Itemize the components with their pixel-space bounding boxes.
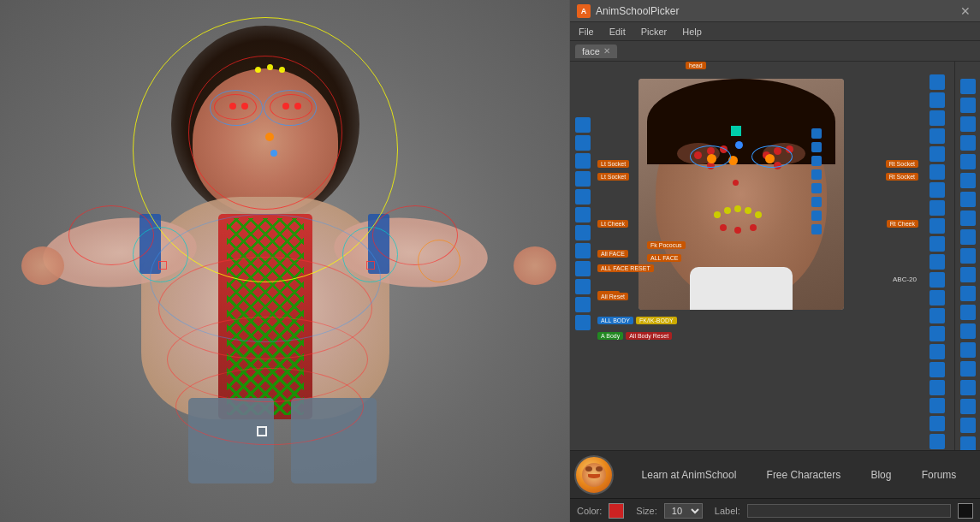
btn-rt-cheek[interactable]: Rt Cheek xyxy=(887,220,918,228)
far-right-btn-18[interactable] xyxy=(960,399,976,414)
far-right-btn-10[interactable] xyxy=(960,248,976,264)
tab-face[interactable]: face ✕ xyxy=(575,44,617,58)
menu-help[interactable]: Help xyxy=(679,25,705,39)
right-btn-6[interactable] xyxy=(930,164,945,180)
far-right-btn-12[interactable] xyxy=(960,286,976,301)
right-btn-17[interactable] xyxy=(930,362,945,377)
face-ctrl-lip-3[interactable] xyxy=(750,224,757,231)
far-right-btn-7[interactable] xyxy=(960,192,976,207)
btn-all-face2[interactable]: ALL FACE xyxy=(647,254,681,262)
far-right-btn-9[interactable] xyxy=(960,229,976,245)
right-btn-21[interactable] xyxy=(930,434,945,449)
far-right-btn-20[interactable] xyxy=(960,436,976,450)
far-right-btn-19[interactable] xyxy=(960,418,976,433)
left-btn-9[interactable] xyxy=(575,261,591,276)
menu-file[interactable]: File xyxy=(575,25,597,39)
far-right-btn-16[interactable] xyxy=(960,361,976,377)
picker-sq-r8[interactable] xyxy=(811,224,822,234)
face-ctrl-lip-1[interactable] xyxy=(720,224,727,231)
picker-sq-r4[interactable] xyxy=(811,169,822,180)
picker-sq-r3[interactable] xyxy=(811,156,822,166)
left-btn-2[interactable] xyxy=(575,135,591,151)
btn-rt-socket2[interactable]: Rt Socket xyxy=(886,173,918,181)
right-btn-5[interactable] xyxy=(930,146,945,162)
left-btn-5[interactable] xyxy=(575,189,591,205)
picker-sq-r7[interactable] xyxy=(811,211,822,221)
left-btn-12[interactable] xyxy=(575,315,591,330)
face-ctrl-mouth-4[interactable] xyxy=(745,207,751,214)
right-btn-4[interactable] xyxy=(930,128,945,144)
picker-sq-r6[interactable] xyxy=(811,197,822,207)
btn-fkik-body[interactable]: FK/IK-BODY xyxy=(636,317,677,324)
btn-fk-pococus[interactable]: Fk Pococus xyxy=(647,241,686,249)
link-free-characters[interactable]: Free Characters xyxy=(760,466,848,484)
right-btn-16[interactable] xyxy=(930,344,945,359)
face-ctrl-blue-top[interactable] xyxy=(735,141,743,149)
right-btn-7[interactable] xyxy=(930,182,945,198)
face-ctrl-lip-2[interactable] xyxy=(734,227,741,234)
animschool-logo[interactable] xyxy=(574,455,614,495)
btn-lt-socket[interactable]: Lt Socket xyxy=(597,160,629,168)
face-ctrl-teal[interactable] xyxy=(731,126,741,136)
face-ctrl-mouth-1[interactable] xyxy=(714,211,721,218)
far-right-btn-2[interactable] xyxy=(960,98,976,113)
face-ctrl-nose[interactable] xyxy=(733,180,739,186)
picker-canvas[interactable]: head Lt Socket Lt Socket Lt Cheek Rt Soc… xyxy=(596,62,920,450)
label-input[interactable] xyxy=(747,504,951,518)
far-right-btn-1[interactable] xyxy=(960,79,976,94)
btn-lt-cheek[interactable]: Lt Cheek xyxy=(597,220,628,228)
color-swatch[interactable] xyxy=(609,503,624,519)
picker-sq-r5[interactable] xyxy=(811,183,822,193)
size-select[interactable]: 5 8 10 12 14 16 20 xyxy=(664,503,703,519)
right-btn-8[interactable] xyxy=(930,200,945,216)
far-right-btn-15[interactable] xyxy=(960,342,976,358)
btn-rt-socket[interactable]: Rt Socket xyxy=(886,160,918,168)
btn-all-face[interactable]: All FACE xyxy=(597,250,628,258)
btn-a-body[interactable]: A Body xyxy=(597,332,623,340)
btn-all-face-reset[interactable]: ALL FACE RESET xyxy=(597,264,654,272)
left-btn-11[interactable] xyxy=(575,297,591,312)
far-right-btn-17[interactable] xyxy=(960,380,976,395)
link-learn[interactable]: Learn at AnimSchool xyxy=(635,466,744,484)
btn-all-body-reset[interactable]: All Body Reset xyxy=(626,332,672,340)
face-ctrl-mouth-3[interactable] xyxy=(734,205,741,212)
left-btn-8[interactable] xyxy=(575,243,591,258)
link-blog[interactable]: Blog xyxy=(864,466,898,484)
left-btn-4[interactable] xyxy=(575,171,591,187)
right-btn-13[interactable] xyxy=(930,290,945,305)
right-btn-3[interactable] xyxy=(930,110,945,126)
picker-sq-r2[interactable] xyxy=(811,142,822,152)
far-right-btn-4[interactable] xyxy=(960,135,976,151)
menu-edit[interactable]: Edit xyxy=(606,25,629,39)
right-btn-2[interactable] xyxy=(930,92,945,108)
btn-all-reset[interactable]: All Reset xyxy=(597,293,628,300)
menu-picker[interactable]: Picker xyxy=(638,25,671,39)
close-button[interactable]: ✕ xyxy=(958,3,973,19)
face-ctrl-mouth-5[interactable] xyxy=(755,211,762,218)
tab-close-icon[interactable]: ✕ xyxy=(603,46,610,56)
btn-head[interactable]: head xyxy=(686,62,706,69)
far-right-btn-5[interactable] xyxy=(960,154,976,169)
right-btn-19[interactable] xyxy=(930,398,945,413)
face-ctrl-mouth-2[interactable] xyxy=(724,207,731,214)
far-right-btn-13[interactable] xyxy=(960,305,976,320)
right-btn-15[interactable] xyxy=(930,326,945,341)
far-right-btn-8[interactable] xyxy=(960,211,976,226)
right-btn-14[interactable] xyxy=(930,308,945,323)
right-btn-1[interactable] xyxy=(930,74,945,90)
left-btn-6[interactable] xyxy=(575,207,591,222)
right-btn-20[interactable] xyxy=(930,416,945,431)
far-right-btn-3[interactable] xyxy=(960,116,976,132)
right-btn-18[interactable] xyxy=(930,380,945,395)
left-btn-3[interactable] xyxy=(575,153,591,169)
right-btn-10[interactable] xyxy=(930,236,945,252)
right-btn-12[interactable] xyxy=(930,272,945,288)
btn-lt-socket2[interactable]: Lt Socket xyxy=(597,173,629,181)
left-btn-1[interactable] xyxy=(575,117,591,133)
link-forums[interactable]: Forums xyxy=(915,466,964,484)
far-right-btn-6[interactable] xyxy=(960,173,976,188)
left-btn-7[interactable] xyxy=(575,225,591,240)
viewport-3d[interactable] xyxy=(0,0,569,522)
picker-sq-r1[interactable] xyxy=(811,128,822,139)
far-right-btn-14[interactable] xyxy=(960,323,976,339)
